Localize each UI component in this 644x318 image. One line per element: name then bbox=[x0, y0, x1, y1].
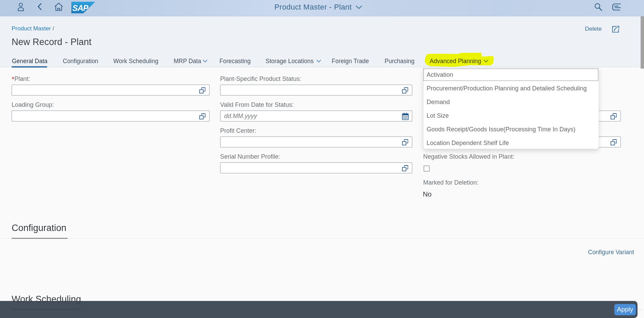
svg-text:SAP: SAP bbox=[72, 3, 89, 13]
